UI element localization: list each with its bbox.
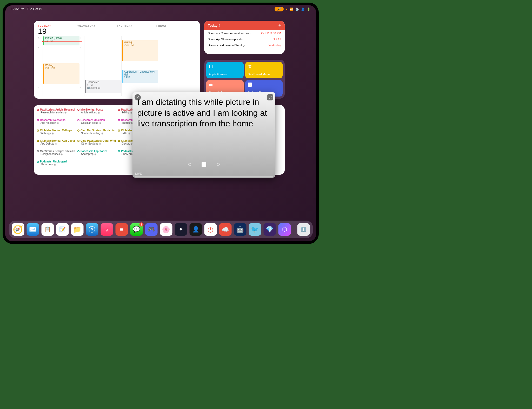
timery-item[interactable]: MacStories: Article ResearchResearch for… — [37, 108, 75, 118]
dock-shortcuts[interactable]: ⬡ — [278, 223, 291, 236]
day-label-thursday: THURSDAY — [117, 24, 156, 27]
dock-timer[interactable]: ◴ — [204, 223, 217, 236]
location-dot-icon: ● — [286, 8, 288, 11]
timery-item[interactable]: Podcasts: UnpluggedShow prep ◉ — [37, 160, 75, 169]
pip-expand-button[interactable]: ⛶ — [267, 94, 273, 100]
dock-cloud[interactable]: ☁️ — [219, 223, 231, 236]
add-reminder-icon[interactable]: + — [278, 23, 281, 28]
calendar-icon — [209, 83, 213, 87]
status-date: Tue Oct 19 — [27, 7, 42, 11]
dock-tweetbot[interactable]: 🐦 — [249, 223, 261, 236]
dock-separator — [294, 224, 294, 235]
dock-appstore[interactable]: Ⓐ — [86, 223, 98, 236]
rewind-15-icon[interactable]: ⟲ — [187, 162, 191, 167]
timer-icon: ◷ — [248, 83, 252, 87]
dock-discord[interactable]: 🎮 — [145, 223, 157, 236]
stop-button[interactable] — [202, 162, 206, 167]
pip-window[interactable]: ✕ ⛶ I am dictating this while picture in… — [132, 92, 275, 178]
mic-indicator[interactable]: 🎤 — [275, 7, 284, 11]
timery-item[interactable]: Podcasts: AppStoriesShow prep ◉ — [77, 150, 116, 159]
live-badge: LIVE — [135, 172, 142, 175]
battery-icon: 🔋 — [307, 8, 310, 11]
day-label-wednesday: WEDNESDAY — [77, 24, 117, 27]
dock-music[interactable]: ♪ — [101, 223, 113, 236]
timery-item[interactable]: Club MacStories: CalliopeWeb app ◉ — [37, 129, 75, 138]
shortcut-apple-frames[interactable]: Apple Frames — [206, 62, 244, 78]
shortcut-dashboard-menu[interactable]: Dashboard Menu — [245, 62, 283, 78]
pip-progress-bar[interactable] — [135, 176, 273, 177]
dock-fantastical[interactable]: ✦ — [175, 223, 187, 236]
svg-rect-0 — [210, 65, 212, 68]
signal-icon: 📶 — [290, 8, 293, 11]
transcription-text: I am dictating this while picture in pic… — [137, 97, 271, 129]
pip-close-button[interactable]: ✕ — [135, 94, 141, 100]
wifi-icon: 📡 — [295, 8, 299, 11]
timery-item[interactable]: Club MacStories: App DebutsApp Debuts ◉ — [37, 139, 75, 149]
pip-controls: ⟲ ⟳ — [132, 162, 275, 167]
reminders-widget[interactable]: Today 4 + Shortcuts Corner request for c… — [204, 21, 285, 54]
event-connected[interactable]: Connected 7 PM 📹 zoom.us — [85, 80, 121, 93]
dock-photos[interactable]: 🌸 — [160, 223, 172, 236]
status-time: 12:32 PM — [11, 7, 24, 11]
timery-item[interactable]: Research: New appsApp research ◉ — [37, 119, 75, 128]
dock-notes[interactable]: 📝 — [56, 223, 69, 236]
dock-files[interactable]: 📁 — [71, 223, 83, 236]
event-writing-tue[interactable]: Writing 2:30 PM — [43, 63, 79, 84]
timery-item[interactable]: Research: ObsidianObsidian setup ◉ — [77, 119, 116, 128]
dock-recent-app[interactable]: ⬇️ — [297, 223, 310, 236]
dock-messages[interactable]: 💬1 — [130, 223, 143, 236]
reminder-item[interactable]: Share AppStories+ episode Oct 17 — [204, 36, 285, 42]
dock-safari[interactable]: 🧭 — [12, 223, 24, 236]
timery-item[interactable]: Club MacStories: Shortcuts…Shortcuts wri… — [77, 129, 116, 138]
rotation-lock-icon: 👤 — [301, 8, 305, 11]
timery-item[interactable]: Club MacStories: Other Writi…Other Secti… — [77, 139, 116, 149]
timery-item[interactable]: MacStories: PostsArticle Writing ◉ — [77, 108, 116, 118]
day-label-friday: FRIDAY — [156, 24, 196, 27]
ipad-icon — [209, 64, 213, 69]
event-writing-thu[interactable]: Writing 2:30 PM — [122, 40, 158, 61]
timery-item[interactable]: MacStories Design: Silvia Fe…Design feed… — [37, 150, 75, 159]
dock-mail[interactable]: ✉️ — [26, 223, 39, 236]
dock: 🧭 ✉️ 📋 📝 📁 Ⓐ ♪ ≡ 💬1 🎮 🌸 ✦ 👤 ◴ ☁️ 🤖 🐦 💎 ⬡… — [9, 221, 313, 238]
dock-obsidian[interactable]: 💎 — [263, 223, 276, 236]
layers-icon — [248, 64, 252, 69]
status-bar: 12:32 PM Tue Oct 19 🎤 ● 📶 📡 👤 🔋 — [5, 5, 316, 13]
event-appstories[interactable]: AppStories + Unwind/Town Hall 6 PM — [122, 70, 158, 83]
reminders-title: Today — [208, 24, 217, 28]
calendar-widget[interactable]: TUESDAY 19 WEDNESDAY THURSDAY FRIDAY 12 … — [34, 21, 200, 99]
dock-assistant[interactable]: 🤖 — [234, 223, 246, 236]
dock-todoist[interactable]: ≡ — [115, 223, 128, 236]
reminder-item[interactable]: Shortcuts Corner request for calcu… Oct … — [204, 30, 285, 36]
event-pilates[interactable]: Pilates (Silvia) 12 PM — [43, 36, 79, 45]
reminder-item[interactable]: Discuss next issue of Weekly Yesterday — [204, 42, 285, 48]
forward-15-icon[interactable]: ⟳ — [217, 162, 221, 167]
today-date-number: 19 — [38, 27, 77, 35]
dock-reminders[interactable]: 📋 — [41, 223, 54, 236]
dock-faceid[interactable]: 👤 — [189, 223, 202, 236]
svg-rect-2 — [209, 83, 212, 84]
